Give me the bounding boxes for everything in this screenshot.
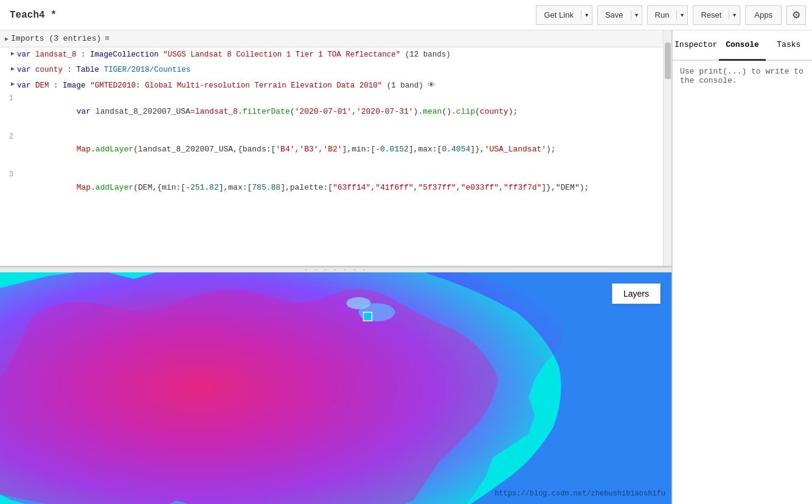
- get-link-arrow-icon[interactable]: ▾: [581, 12, 592, 18]
- map-area[interactable]: Layers https://blog.csdn.net/zhebushibia…: [0, 272, 671, 504]
- imports-list-icon: ≡: [105, 34, 109, 43]
- imports-toggle-icon[interactable]: ▶: [5, 35, 9, 43]
- code-line-3: 3 Map.addLayer(DEM,{min:[-251.82],max:[7…: [0, 169, 671, 207]
- imports-label: Imports (3 entries): [11, 34, 101, 43]
- code-area: ▶ Imports (3 entries) ≡ ▶ var landsat_8 …: [0, 30, 671, 268]
- kw-var3: var: [17, 81, 31, 90]
- tab-tasks[interactable]: Tasks: [766, 30, 812, 61]
- main-layout: ▶ Imports (3 entries) ≡ ▶ var landsat_8 …: [0, 30, 812, 504]
- reset-group: Reset ▾: [693, 5, 740, 25]
- import-arrow-icon3: ▶: [11, 80, 15, 89]
- import-row-landsat: ▶ var landsat_8 : ImageCollection "USGS …: [0, 47, 671, 63]
- gear-icon: ⚙: [792, 9, 800, 21]
- line-number-1: 1: [0, 93, 19, 105]
- map-canvas: Layers https://blog.csdn.net/zhebushibia…: [0, 272, 671, 504]
- line-content-1[interactable]: var landsat_8_202007_USA=landsat_8.filte…: [19, 93, 671, 131]
- tab-inspector[interactable]: Inspector: [673, 30, 719, 61]
- save-button[interactable]: Save ▾: [597, 5, 642, 25]
- run-label: Run: [648, 10, 678, 19]
- save-group: Save ▾: [597, 5, 642, 25]
- var-dem: DEM: [35, 81, 49, 90]
- string-dem-desc: "GMTED2010: Global Multi-resolution Terr…: [90, 81, 382, 90]
- code-lines[interactable]: 1 var landsat_8_202007_USA=landsat_8.fil…: [0, 93, 671, 266]
- get-link-group: Get Link ▾: [536, 5, 592, 25]
- right-content: Use print(...) to write to the console.: [673, 61, 812, 504]
- app-title: Teach4 *: [6, 10, 57, 21]
- apps-button[interactable]: Apps: [745, 5, 782, 25]
- url-watermark: https://blog.csdn.net/zhebushibiaoshifu: [494, 489, 665, 498]
- get-link-button[interactable]: Get Link ▾: [536, 5, 592, 25]
- import-arrow-icon2: ▶: [11, 64, 15, 74]
- line-content-2[interactable]: Map.addLayer(landsat_8_202007_USA,{bands…: [19, 131, 671, 169]
- run-group: Run ▾: [647, 5, 689, 25]
- reset-button[interactable]: Reset ▾: [693, 5, 740, 25]
- var-county: county: [35, 66, 63, 74]
- tab-console-label: Console: [726, 40, 759, 49]
- import-arrow-icon: ▶: [11, 49, 15, 58]
- right-panel: Inspector Console Tasks Use print(...) t…: [672, 30, 812, 504]
- toolbar: Teach4 * Get Link ▾ Save ▾ Run ▾ Reset ▾…: [0, 0, 812, 30]
- eye-icon[interactable]: 👁: [428, 81, 435, 90]
- type-imagecollection: ImageCollection: [90, 50, 159, 59]
- apps-group: Apps: [745, 5, 782, 25]
- var-landsat8: landsat_8: [35, 50, 77, 59]
- tab-inspector-label: Inspector: [675, 40, 717, 49]
- code-line-1: 1 var landsat_8_202007_USA=landsat_8.fil…: [0, 93, 671, 131]
- string-landsat-desc: "USGS Landsat 8 Collection 1 Tier 1 TOA …: [163, 50, 400, 59]
- line-number-2: 2: [0, 131, 19, 143]
- kw-var1: var: [17, 50, 31, 59]
- type-image: Image: [63, 81, 86, 90]
- import-row-dem: ▶ var DEM : Image "GMTED2010: Global Mul…: [0, 78, 671, 94]
- line-content-3[interactable]: Map.addLayer(DEM,{min:[-251.82],max:[785…: [19, 169, 671, 207]
- console-message: Use print(...) to write to the console.: [680, 67, 803, 85]
- editor-panel: ▶ Imports (3 entries) ≡ ▶ var landsat_8 …: [0, 30, 672, 504]
- save-label: Save: [598, 10, 631, 19]
- run-button[interactable]: Run ▾: [647, 5, 689, 25]
- reset-arrow-icon[interactable]: ▾: [729, 12, 740, 18]
- scrollbar-thumb: [665, 43, 671, 79]
- get-link-label: Get Link: [536, 10, 581, 19]
- import-row-county: ▶ var county : Table TIGER/2018/Counties: [0, 63, 671, 78]
- code-scrollbar[interactable]: [663, 30, 671, 266]
- run-arrow-icon[interactable]: ▾: [677, 12, 687, 18]
- link-tiger[interactable]: TIGER/2018/Counties: [104, 66, 191, 74]
- line-number-3: 3: [0, 169, 19, 181]
- resize-handle[interactable]: · · · · · · ·: [0, 268, 671, 272]
- kw-var2: var: [17, 66, 31, 74]
- type-table: Table: [77, 66, 100, 74]
- right-tabs: Inspector Console Tasks: [673, 30, 812, 61]
- map-visualization: [0, 272, 671, 504]
- code-line-2: 2 Map.addLayer(landsat_8_202007_USA,{ban…: [0, 131, 671, 169]
- settings-button[interactable]: ⚙: [786, 5, 806, 25]
- svg-point-2: [346, 297, 370, 309]
- tab-console[interactable]: Console: [719, 30, 765, 61]
- layers-button[interactable]: Layers: [612, 283, 661, 304]
- save-arrow-icon[interactable]: ▾: [631, 12, 642, 18]
- imports-text: Imports (3 entries): [11, 34, 101, 43]
- reset-label: Reset: [693, 10, 729, 19]
- tab-tasks-label: Tasks: [777, 40, 800, 49]
- imports-header: ▶ Imports (3 entries) ≡: [0, 30, 671, 47]
- svg-rect-3: [363, 312, 372, 321]
